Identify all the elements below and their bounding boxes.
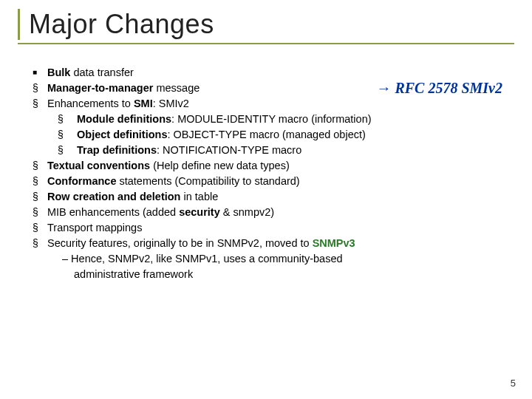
bullet-m2m: Manager-to-manager message [30, 81, 514, 96]
bullet-textual: Textual conventions (Help define new dat… [30, 158, 514, 174]
page-number: 5 [511, 378, 516, 389]
bullet-transport: Transport mappings [30, 220, 514, 236]
dash-line-2: administrative framework [30, 267, 514, 282]
sub-module: Module definitions: MODULE-IDENTITY macr… [30, 112, 514, 127]
sub-trap: Trap definitions: NOTIFICATION-TYPE macr… [30, 143, 514, 158]
dash-line: – Hence, SNMPv2, like SNMPv1, uses a com… [30, 251, 514, 267]
bullet-smi: Enhancements to SMI: SMIv2 [30, 96, 514, 112]
title-rule [18, 43, 514, 44]
slide: Major Changes → RFC 2578 SMIv2 Bulk data… [0, 0, 532, 399]
bullet-bulk: Bulk data transfer [30, 65, 514, 81]
title-block: Major Changes [18, 9, 514, 40]
content: Bulk data transfer Manager-to-manager me… [18, 65, 514, 282]
bullet-conformance: Conformance statements (Compatibility to… [30, 174, 514, 189]
sub-object: Object definitions: OBJECT-TYPE macro (m… [30, 127, 514, 143]
bullet-security: Security features, originally to be in S… [30, 236, 514, 251]
bullet-row: Row creation and deletion in table [30, 189, 514, 205]
bullet-mib: MIB enhancements (added security & snmpv… [30, 205, 514, 220]
slide-title: Major Changes [29, 9, 514, 40]
